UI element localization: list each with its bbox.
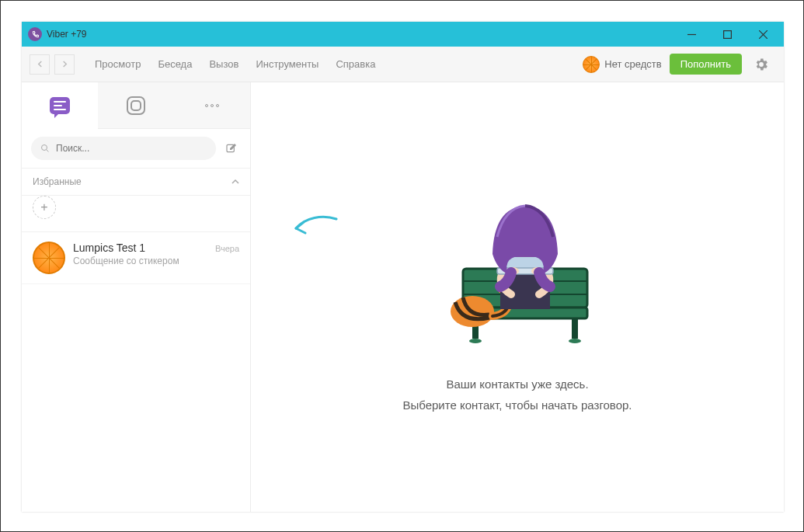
svg-rect-12 (572, 318, 578, 339)
menu-tools[interactable]: Инструменты (256, 58, 318, 70)
chat-preview: Сообщение со стикером (73, 256, 239, 266)
main-empty-state: Viber (251, 82, 784, 512)
svg-rect-1 (723, 30, 731, 38)
menu-chat[interactable]: Беседа (158, 58, 192, 70)
chat-time: Вчера (215, 244, 239, 253)
menu-items: Просмотр Беседа Вызов Инструменты Справк… (95, 58, 375, 70)
tab-contacts[interactable] (98, 82, 174, 128)
search-input-wrapper[interactable] (31, 137, 216, 160)
settings-button[interactable] (747, 50, 776, 79)
search-icon (40, 144, 50, 153)
avatar (33, 242, 65, 274)
sidebar: Избранные + Lumpics Test 1 Вчера Со (22, 82, 251, 512)
chats-icon (50, 97, 70, 114)
titlebar: Viber +79 (22, 22, 784, 47)
empty-line-2: Выберите контакт, чтобы начать разговор. (402, 395, 632, 416)
svg-point-4 (42, 145, 47, 151)
more-icon (205, 104, 219, 107)
nav-forward-button[interactable] (54, 54, 75, 75)
contacts-icon (127, 96, 145, 115)
close-button[interactable] (745, 22, 781, 47)
arrow-icon (291, 214, 338, 245)
empty-state-illustration: Viber (409, 179, 626, 350)
add-favorite-button[interactable]: + (33, 196, 56, 219)
svg-point-14 (569, 339, 581, 343)
favorites-label: Избранные (33, 176, 82, 187)
balance-label: Нет средств (604, 58, 661, 70)
menu-help[interactable]: Справка (336, 58, 375, 70)
favorites-section-header[interactable]: Избранные (22, 169, 250, 196)
nav-back-button[interactable] (30, 54, 50, 75)
search-input[interactable] (56, 143, 207, 154)
topup-button[interactable]: Пополнить (670, 54, 742, 75)
tab-more[interactable] (174, 82, 250, 128)
window-title: Viber +79 (47, 29, 87, 40)
maximize-button[interactable] (709, 22, 745, 47)
svg-line-5 (47, 150, 49, 152)
balance-indicator[interactable]: Нет средств (583, 56, 661, 73)
chat-name: Lumpics Test 1 (73, 242, 145, 254)
viber-logo-icon (28, 27, 42, 41)
viber-out-icon (583, 56, 600, 73)
menu-call[interactable]: Вызов (209, 58, 238, 70)
compose-button[interactable] (222, 139, 241, 158)
chevron-up-icon (231, 178, 239, 186)
chat-list-item[interactable]: Lumpics Test 1 Вчера Сообщение со стикер… (22, 232, 250, 284)
minimize-button[interactable] (673, 22, 709, 47)
tab-chats[interactable] (22, 82, 98, 128)
svg-point-13 (469, 339, 482, 343)
sidebar-tabs (22, 82, 250, 129)
empty-line-1: Ваши контакты уже здесь. (402, 374, 632, 395)
menu-view[interactable]: Просмотр (95, 58, 141, 70)
menubar: Просмотр Беседа Вызов Инструменты Справк… (22, 47, 784, 82)
